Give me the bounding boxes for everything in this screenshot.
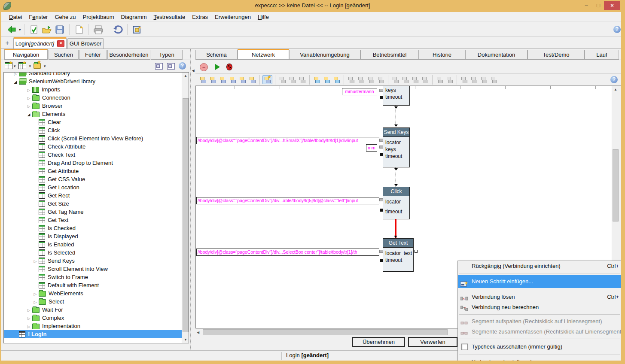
diagram-help-icon[interactable]: ?: [610, 76, 618, 83]
new-step-icon[interactable]: ★: [262, 75, 272, 84]
expander-icon[interactable]: [25, 315, 32, 321]
tab-login-close-icon[interactable]: ×: [57, 40, 64, 47]
menu-gehe-zu[interactable]: Gehe zu: [51, 12, 79, 21]
expander-icon[interactable]: [32, 298, 39, 305]
tree-scrollbar[interactable]: ▲ ▼: [182, 73, 189, 343]
tree-item[interactable]: Is Selected: [4, 249, 182, 257]
add-connection-icon[interactable]: [332, 76, 341, 84]
tree-item[interactable]: Implementation: [4, 322, 182, 330]
menu-item-insert-new-step[interactable]: ★ Neuen Schritt einfügen...: [458, 275, 621, 288]
new-folder-icon[interactable]: ★: [34, 62, 41, 70]
expander-icon[interactable]: [25, 86, 32, 93]
menu-fenster[interactable]: Fenster: [25, 12, 51, 21]
scroll-up-icon[interactable]: ▲: [612, 88, 619, 91]
canvas-vscrollbar-thumb[interactable]: [613, 149, 619, 221]
step-doc-icon[interactable]: [376, 76, 385, 84]
menu-testresultate[interactable]: Testresultate: [150, 12, 189, 21]
value-box[interactable]: mmustermann: [342, 88, 377, 95]
menu-item-typecheck-off[interactable]: Typcheck ausschalten (immer gültig): [458, 341, 621, 353]
expander-icon[interactable]: [25, 103, 32, 109]
view-grid-icon[interactable]: ★: [5, 62, 12, 70]
line-style-spline-icon[interactable]: [489, 76, 498, 84]
tree-item[interactable]: Get Location: [4, 183, 182, 191]
tree-item[interactable]: Is Checked: [4, 224, 182, 232]
tree-item[interactable]: Get CSS Value: [4, 175, 182, 183]
navigation-help-icon[interactable]: ?: [179, 62, 186, 70]
print-icon[interactable]: [92, 24, 105, 36]
tree-item[interactable]: Get Rect: [4, 191, 182, 200]
add-tab-button[interactable]: +: [4, 39, 11, 46]
tab-test-demo[interactable]: Test/Demo: [527, 50, 585, 60]
insert-step-right-icon[interactable]: [298, 76, 307, 84]
pin-text-output[interactable]: text: [404, 250, 412, 257]
view-grid-dropdown-icon[interactable]: ▾: [14, 64, 16, 68]
pin-connector[interactable]: [379, 89, 383, 92]
tree-item[interactable]: Click: [4, 126, 182, 134]
menu-diagramm[interactable]: Diagramm: [118, 12, 150, 21]
typecheck-checkbox[interactable]: [461, 344, 468, 350]
toolbar-help-icon[interactable]: ?: [613, 26, 621, 33]
tree-item[interactable]: Get Attribute: [4, 167, 182, 175]
expander-icon[interactable]: [25, 323, 32, 329]
tree-item[interactable]: Wait For: [4, 306, 182, 314]
pin-timeout[interactable]: timeout: [383, 208, 409, 215]
menu-item-recompute-connection[interactable]: ? Verbindung neu berechnen: [458, 302, 621, 312]
pin-unconnected[interactable]: [380, 96, 383, 99]
scroll-down-icon[interactable]: ▼: [182, 338, 189, 342]
pin-locator[interactable]: locator: [383, 198, 409, 205]
tree-item[interactable]: Imports: [4, 85, 182, 94]
tab-variablenumgebung[interactable]: Variablenumgebung: [289, 50, 360, 60]
add-input-pin-icon[interactable]: [312, 76, 321, 84]
pin-locator[interactable]: locator: [383, 139, 409, 146]
tab-fehler[interactable]: Fehler: [79, 50, 107, 60]
tab-betriebsmittel[interactable]: Betriebsmittel: [360, 50, 419, 60]
canvas-hscrollbar-thumb[interactable]: [203, 329, 448, 335]
maximize-button[interactable]: □: [592, 1, 605, 10]
tree-item[interactable]: SeleniumWebDriverLibrary: [4, 77, 182, 85]
gear-disabled-icon[interactable]: [347, 76, 356, 84]
align-center-horizontal-icon[interactable]: [238, 76, 247, 84]
minimize-button[interactable]: –: [580, 1, 593, 10]
expander-icon[interactable]: [12, 78, 19, 85]
tab-netzwerk[interactable]: Netzwerk: [238, 49, 289, 60]
align-bottom-icon[interactable]: [228, 76, 237, 84]
xpath-value-box[interactable]: //body/div[@class="pageContentDiv"]/div.…: [196, 197, 379, 204]
back-icon[interactable]: [6, 24, 18, 36]
tree-item[interactable]: Check Attribute: [4, 143, 182, 151]
tree-item[interactable]: Clear: [4, 118, 182, 126]
pin-keys[interactable]: keys: [383, 146, 409, 153]
add-output-pin-icon[interactable]: [322, 76, 331, 84]
tree-item[interactable]: Elements: [4, 110, 182, 118]
remove-breakpoints-icon[interactable]: –: [200, 63, 208, 71]
collapse-panel-icon[interactable]: ◀: [191, 69, 195, 73]
expander-icon[interactable]: [25, 94, 32, 101]
line-style-direct-icon[interactable]: [460, 76, 469, 84]
pin-right-add-icon[interactable]: [401, 76, 410, 84]
close-button[interactable]: ×: [604, 1, 620, 10]
detach-window-icon[interactable]: [155, 63, 163, 70]
pin-timeout[interactable]: timeout: [383, 153, 409, 160]
tree-item[interactable]: WebElements: [4, 289, 182, 297]
line-style-ortho-icon[interactable]: [470, 76, 479, 84]
pin-connector[interactable]: [379, 250, 383, 253]
menu-extras[interactable]: Extras: [189, 12, 211, 21]
flash-exec-icon[interactable]: [366, 76, 375, 84]
tab-besonderheiten[interactable]: Besonderheiten: [107, 50, 150, 60]
expander-icon[interactable]: [32, 258, 39, 264]
scroll-left-icon[interactable]: ◀: [197, 331, 199, 334]
align-right-icon[interactable]: [208, 76, 217, 84]
step-node-click[interactable]: Click locator timeout: [383, 187, 410, 219]
tree-view-icon[interactable]: [167, 63, 175, 70]
menu-projektbaum[interactable]: Projektbaum: [79, 12, 118, 21]
expander-icon[interactable]: [25, 306, 32, 313]
undo-icon[interactable]: [111, 24, 124, 36]
new-document-icon[interactable]: ★: [73, 24, 85, 36]
panel-splitter[interactable]: ◀: [190, 49, 195, 349]
run-icon[interactable]: [215, 64, 220, 70]
pin-timeout[interactable]: timeout: [383, 257, 413, 264]
expander-icon[interactable]: [12, 72, 19, 76]
pin-output[interactable]: [415, 250, 418, 253]
tree-item[interactable]: Is Enabled: [4, 240, 182, 249]
tree-item[interactable]: Send Keys: [4, 257, 182, 265]
insert-step-left-icon[interactable]: [278, 76, 287, 84]
